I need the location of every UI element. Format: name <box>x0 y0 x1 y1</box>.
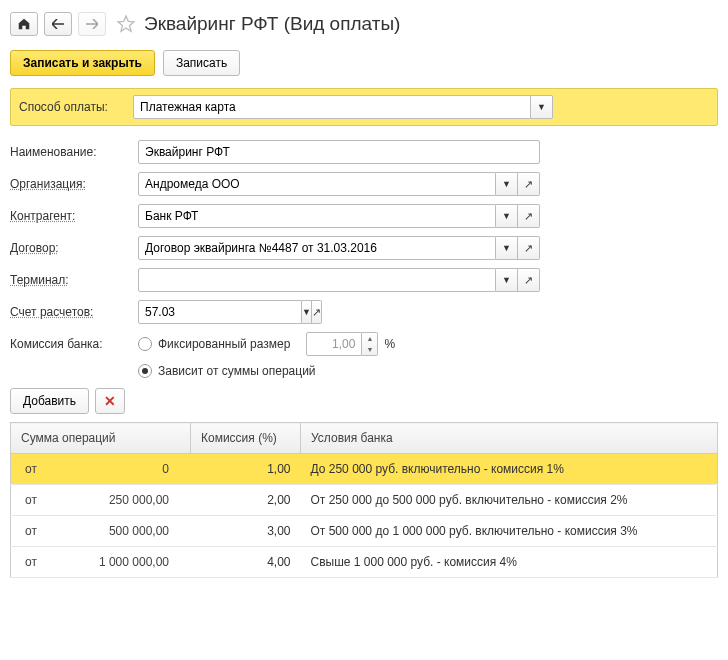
counterparty-label[interactable]: Контрагент: <box>10 209 138 223</box>
account-input[interactable] <box>138 300 302 324</box>
cell-commission: 1,00 <box>191 454 301 485</box>
chevron-down-icon: ▼ <box>502 243 511 253</box>
cell-conditions: Свыше 1 000 000 руб. - комиссия 4% <box>301 547 718 578</box>
cell-from: от1 000 000,00 <box>11 547 191 578</box>
org-open[interactable]: ↗ <box>518 172 540 196</box>
delete-row-button[interactable]: ✕ <box>95 388 125 414</box>
commission-depends-label: Зависит от суммы операций <box>158 364 316 378</box>
table-row[interactable]: от01,00До 250 000 руб. включительно - ко… <box>11 454 718 485</box>
chevron-down-icon: ▼ <box>502 179 511 189</box>
table-row[interactable]: от250 000,002,00От 250 000 до 500 000 ру… <box>11 485 718 516</box>
open-icon: ↗ <box>524 178 533 191</box>
account-label[interactable]: Счет расчетов: <box>10 305 138 319</box>
terminal-dropdown[interactable]: ▼ <box>496 268 518 292</box>
commission-label: Комиссия банка: <box>10 337 138 351</box>
arrow-right-icon <box>86 19 98 29</box>
delete-icon: ✕ <box>104 393 116 409</box>
cell-commission: 3,00 <box>191 516 301 547</box>
favorite-star-icon[interactable] <box>116 14 136 34</box>
org-label[interactable]: Организация: <box>10 177 138 191</box>
cell-conditions: От 250 000 до 500 000 руб. включительно … <box>301 485 718 516</box>
add-row-button[interactable]: Добавить <box>10 388 89 414</box>
nav-back-button[interactable] <box>44 12 72 36</box>
chevron-down-icon: ▼ <box>362 344 377 355</box>
nav-forward-button <box>78 12 106 36</box>
org-dropdown[interactable]: ▼ <box>496 172 518 196</box>
arrow-left-icon <box>52 19 64 29</box>
commission-fixed-value[interactable] <box>306 332 362 356</box>
org-input[interactable] <box>138 172 496 196</box>
th-commission[interactable]: Комиссия (%) <box>191 423 301 454</box>
cell-from: от0 <box>11 454 191 485</box>
open-icon: ↗ <box>312 306 321 319</box>
name-label: Наименование: <box>10 145 138 159</box>
payment-method-select[interactable] <box>133 95 531 119</box>
account-dropdown[interactable]: ▼ <box>302 300 312 324</box>
payment-method-label: Способ оплаты: <box>19 100 127 114</box>
home-button[interactable] <box>10 12 38 36</box>
counterparty-dropdown[interactable]: ▼ <box>496 204 518 228</box>
home-icon <box>17 17 31 31</box>
account-open[interactable]: ↗ <box>312 300 322 324</box>
open-icon: ↗ <box>524 210 533 223</box>
commission-depends-radio[interactable] <box>138 364 152 378</box>
th-sum[interactable]: Сумма операций <box>11 423 191 454</box>
cell-conditions: От 500 000 до 1 000 000 руб. включительн… <box>301 516 718 547</box>
commission-fixed-radio[interactable] <box>138 337 152 351</box>
commission-spinner[interactable]: ▲▼ <box>362 332 378 356</box>
cell-from: от250 000,00 <box>11 485 191 516</box>
terminal-label[interactable]: Терминал: <box>10 273 138 287</box>
counterparty-open[interactable]: ↗ <box>518 204 540 228</box>
cell-commission: 2,00 <box>191 485 301 516</box>
contract-open[interactable]: ↗ <box>518 236 540 260</box>
open-icon: ↗ <box>524 274 533 287</box>
chevron-down-icon: ▼ <box>502 211 511 221</box>
page-title: Эквайринг РФТ (Вид оплаты) <box>144 13 400 35</box>
save-close-button[interactable]: Записать и закрыть <box>10 50 155 76</box>
cell-from: от500 000,00 <box>11 516 191 547</box>
chevron-up-icon: ▲ <box>362 333 377 344</box>
commission-fixed-label: Фиксированный размер <box>158 337 290 351</box>
cell-conditions: До 250 000 руб. включительно - комиссия … <box>301 454 718 485</box>
table-row[interactable]: от500 000,003,00От 500 000 до 1 000 000 … <box>11 516 718 547</box>
terminal-input[interactable] <box>138 268 496 292</box>
percent-sign: % <box>384 337 395 351</box>
chevron-down-icon: ▼ <box>537 102 546 112</box>
contract-dropdown[interactable]: ▼ <box>496 236 518 260</box>
chevron-down-icon: ▼ <box>302 307 311 317</box>
contract-input[interactable] <box>138 236 496 260</box>
save-button[interactable]: Записать <box>163 50 240 76</box>
commission-table: Сумма операций Комиссия (%) Условия банк… <box>10 422 718 578</box>
open-icon: ↗ <box>524 242 533 255</box>
contract-label[interactable]: Договор: <box>10 241 138 255</box>
chevron-down-icon: ▼ <box>502 275 511 285</box>
table-row[interactable]: от1 000 000,004,00Свыше 1 000 000 руб. -… <box>11 547 718 578</box>
cell-commission: 4,00 <box>191 547 301 578</box>
terminal-open[interactable]: ↗ <box>518 268 540 292</box>
counterparty-input[interactable] <box>138 204 496 228</box>
name-input[interactable] <box>138 140 540 164</box>
th-conditions[interactable]: Условия банка <box>301 423 718 454</box>
payment-method-dropdown[interactable]: ▼ <box>531 95 553 119</box>
